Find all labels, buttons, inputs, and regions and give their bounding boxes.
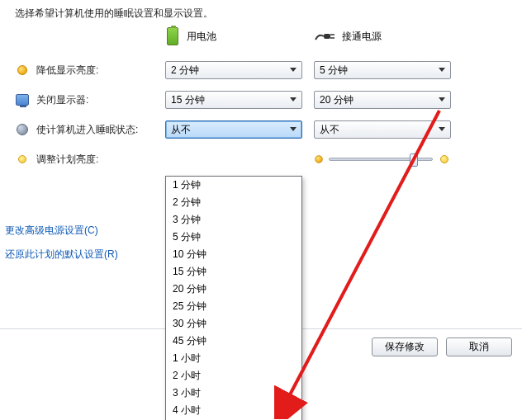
svg-rect-0 [324, 34, 330, 39]
chevron-down-icon [437, 95, 447, 105]
dropdown-option[interactable]: 1 分钟 [166, 177, 301, 194]
display-off-battery-select[interactable]: 15 分钟 [165, 91, 302, 109]
cancel-button[interactable]: 取消 [446, 337, 512, 356]
row-display-off: 关闭显示器: 15 分钟 20 分钟 [0, 85, 522, 115]
dropdown-option[interactable]: 20 分钟 [166, 281, 301, 298]
dim-plugged-value: 5 分钟 [320, 64, 348, 78]
dropdown-option[interactable]: 25 分钟 [166, 298, 301, 315]
row-display-off-label: 关闭显示器: [36, 93, 88, 107]
dropdown-option[interactable]: 3 小时 [166, 385, 301, 402]
sleep-battery-value: 从不 [171, 123, 191, 137]
page-title: 选择希望计算机使用的睡眠设置和显示设置。 [0, 0, 522, 29]
display-off-plugged-value: 20 分钟 [320, 93, 354, 107]
sleep-battery-dropdown[interactable]: 1 分钟2 分钟3 分钟5 分钟10 分钟15 分钟20 分钟25 分钟30 分… [165, 176, 302, 420]
battery-column-header: 用电池 [165, 29, 314, 44]
row-brightness: 调整计划亮度: [0, 144, 522, 174]
row-dim-label: 降低显示亮度: [36, 64, 98, 78]
chevron-down-icon [437, 125, 447, 134]
sleep-battery-select[interactable]: 从不 [165, 120, 302, 139]
dropdown-option[interactable]: 3 分钟 [166, 211, 301, 229]
sleep-plugged-value: 从不 [320, 123, 339, 137]
row-sleep: 使计算机进入睡眠状态: 从不 从不 [0, 115, 522, 144]
dropdown-option[interactable]: 45 分钟 [166, 333, 301, 350]
row-sleep-label: 使计算机进入睡眠状态: [36, 123, 138, 137]
sleep-icon [15, 122, 30, 137]
chevron-down-icon [437, 65, 447, 75]
brightness-high-icon [438, 153, 451, 166]
dropdown-option[interactable]: 10 分钟 [166, 246, 301, 263]
display-off-plugged-select[interactable]: 20 分钟 [314, 91, 451, 109]
dim-battery-value: 2 分钟 [171, 64, 199, 78]
monitor-off-icon [15, 92, 30, 107]
dropdown-option[interactable]: 4 小时 [166, 402, 301, 419]
sleep-plugged-select[interactable]: 从不 [314, 120, 451, 139]
chevron-down-icon [288, 95, 298, 105]
dim-battery-select[interactable]: 2 分钟 [165, 61, 302, 79]
row-brightness-label: 调整计划亮度: [36, 153, 98, 167]
dropdown-option[interactable]: 30 分钟 [166, 315, 301, 333]
save-button[interactable]: 保存修改 [372, 337, 438, 356]
brightness-plugged-slider[interactable] [314, 153, 451, 166]
dropdown-option[interactable]: 2 分钟 [166, 194, 301, 211]
plugged-column-label: 接通电源 [342, 30, 382, 44]
brightness-low-icon [315, 155, 323, 163]
battery-column-label: 用电池 [187, 30, 216, 44]
chevron-down-icon [288, 65, 298, 75]
dropdown-option[interactable]: 1 小时 [166, 350, 301, 367]
brightness-icon [15, 152, 30, 167]
column-headers: 用电池 接通电源 [0, 29, 522, 44]
plugged-column-header: 接通电源 [314, 30, 463, 44]
row-dim-display: 降低显示亮度: 2 分钟 5 分钟 [0, 55, 522, 85]
dim-icon [15, 63, 30, 78]
plug-icon [314, 30, 335, 43]
dim-plugged-select[interactable]: 5 分钟 [314, 61, 451, 79]
display-off-battery-value: 15 分钟 [171, 93, 205, 107]
chevron-down-icon [288, 125, 298, 134]
dropdown-option[interactable]: 5 分钟 [166, 229, 301, 246]
battery-icon [165, 29, 180, 44]
dropdown-option[interactable]: 2 小时 [166, 367, 301, 385]
dropdown-option[interactable]: 15 分钟 [166, 263, 301, 281]
